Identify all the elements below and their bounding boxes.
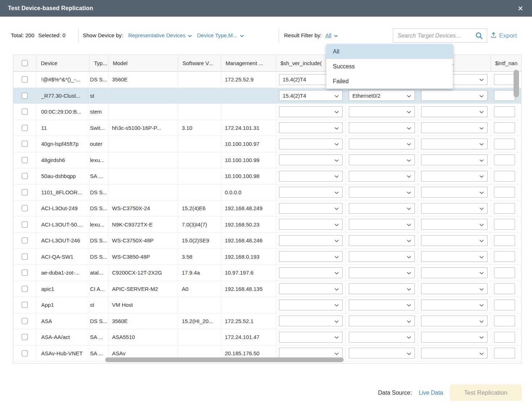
test-replication-button[interactable]: Test Replication: [450, 385, 522, 401]
sh-ver-exclude-select[interactable]: [421, 315, 488, 326]
sh-ver-include-select[interactable]: [279, 106, 343, 117]
param2-select[interactable]: [349, 154, 415, 165]
row-checkbox[interactable]: [22, 76, 28, 82]
data-source-link[interactable]: Live Data: [419, 390, 443, 396]
menu-item-all[interactable]: All: [326, 44, 453, 59]
intf-name-input[interactable]: [494, 171, 515, 182]
row-checkbox[interactable]: [22, 157, 28, 163]
table-row[interactable]: ae-duba1-zot-... atal... C9200CX-12T-2X2…: [13, 265, 521, 281]
sh-ver-include-select[interactable]: [279, 267, 343, 278]
param2-select[interactable]: [349, 203, 415, 214]
show-device-by-dropdown[interactable]: Representative Devices: [128, 32, 192, 38]
table-row[interactable]: 48girdsh6 lexu... 10.100.100.99: [13, 152, 521, 169]
device-type-dropdown[interactable]: Device Type,M...: [197, 32, 244, 38]
row-checkbox[interactable]: [22, 350, 28, 356]
table-row[interactable]: ACI-L3OUT-50.... lexu... N9K-C9372TX-E 7…: [13, 217, 521, 233]
table-row[interactable]: ACI-L3OUT-246 DS S... WS-C3750X-48P 15.0…: [13, 233, 521, 249]
table-row[interactable]: App1 st VM Host: [13, 297, 521, 313]
intf-name-input[interactable]: [494, 90, 515, 101]
table-row[interactable]: 00:0C:29:D0:B... stem: [13, 104, 521, 120]
param2-select[interactable]: [349, 283, 415, 294]
row-checkbox[interactable]: [22, 302, 28, 308]
row-checkbox[interactable]: [22, 141, 28, 147]
sh-ver-include-select[interactable]: [279, 332, 343, 343]
table-row[interactable]: 50au-dshbqpp SA ... 10.100.100.98: [13, 168, 521, 185]
sh-ver-exclude-select[interactable]: [421, 283, 488, 294]
row-checkbox[interactable]: [22, 334, 28, 340]
row-checkbox[interactable]: [22, 270, 28, 276]
row-checkbox[interactable]: [22, 93, 28, 99]
intf-name-input[interactable]: [494, 154, 515, 165]
row-checkbox[interactable]: [22, 205, 28, 211]
sh-ver-exclude-select[interactable]: [421, 251, 488, 262]
param2-select[interactable]: [349, 187, 415, 198]
param2-select[interactable]: [349, 235, 415, 246]
intf-name-input[interactable]: [494, 219, 515, 230]
row-checkbox[interactable]: [22, 318, 28, 324]
intf-name-input[interactable]: [494, 187, 515, 198]
intf-name-input[interactable]: [494, 122, 515, 133]
table-row[interactable]: 11 Swit... hh3c-s5100-16P-P... 3.10 172.…: [13, 120, 521, 136]
sh-ver-exclude-select[interactable]: [421, 348, 488, 359]
sh-ver-include-select[interactable]: [279, 154, 343, 165]
param2-select[interactable]: [349, 139, 415, 149]
sh-ver-exclude-select[interactable]: [421, 267, 488, 278]
result-filter-dropdown[interactable]: All: [325, 32, 338, 38]
search-input[interactable]: [393, 29, 475, 42]
table-row[interactable]: ACI-L3Out-249 DS S... WS-C3750X-24 15.2(…: [13, 200, 521, 217]
select-all-checkbox[interactable]: [22, 60, 28, 66]
row-checkbox[interactable]: [22, 189, 28, 195]
sh-ver-exclude-select[interactable]: [421, 332, 488, 343]
sh-ver-include-select[interactable]: [279, 283, 343, 294]
intf-name-input[interactable]: [494, 348, 515, 359]
intf-name-input[interactable]: [494, 106, 515, 117]
table-row[interactable]: 40gn-lspf45ft7p outer 10.100.100.97: [13, 136, 521, 152]
sh-ver-exclude-select[interactable]: [421, 139, 488, 149]
table-row[interactable]: ASA-AA/act SA ... ASA5510 172.24.101.47: [13, 329, 521, 345]
sh-ver-exclude-select[interactable]: [421, 219, 488, 230]
sh-ver-include-select[interactable]: [279, 122, 343, 133]
param2-select[interactable]: [349, 122, 415, 133]
table-row[interactable]: _R77.30-Clust... st 15.4(2)T4 Ethernet0/…: [13, 88, 521, 104]
row-checkbox[interactable]: [22, 173, 28, 179]
row-checkbox[interactable]: [22, 221, 28, 228]
intf-name-input[interactable]: [494, 267, 515, 278]
search-icon[interactable]: [475, 32, 483, 40]
sh-ver-include-select[interactable]: [279, 187, 343, 198]
row-checkbox[interactable]: [22, 254, 28, 260]
sh-ver-include-select[interactable]: [279, 300, 343, 310]
vertical-scrollbar-thumb[interactable]: [514, 70, 519, 97]
intf-name-input[interactable]: [494, 300, 515, 310]
sh-ver-exclude-select[interactable]: [421, 187, 488, 198]
param2-select[interactable]: [349, 106, 415, 117]
sh-ver-exclude-select[interactable]: [421, 154, 488, 165]
param2-select[interactable]: Ethernet0/2: [349, 90, 415, 101]
intf-name-input[interactable]: [494, 251, 515, 262]
intf-name-input[interactable]: [494, 235, 515, 246]
menu-item-failed[interactable]: Failed: [326, 74, 453, 89]
table-row[interactable]: 1101_8FLOOR... DS S... 0.0.0.0: [13, 185, 521, 201]
intf-name-input[interactable]: [494, 332, 515, 343]
close-icon[interactable]: ✕: [514, 0, 527, 17]
sh-ver-include-select[interactable]: [279, 235, 343, 246]
row-checkbox[interactable]: [22, 125, 28, 131]
intf-name-input[interactable]: [494, 283, 515, 294]
param2-select[interactable]: [349, 251, 415, 262]
sh-ver-exclude-select[interactable]: [421, 203, 488, 214]
intf-name-input[interactable]: [494, 315, 515, 326]
sh-ver-exclude-select[interactable]: [421, 235, 488, 246]
sh-ver-include-select[interactable]: [279, 251, 343, 262]
sh-ver-exclude-select[interactable]: [421, 90, 488, 101]
sh-ver-include-select[interactable]: [279, 203, 343, 214]
param2-select[interactable]: [349, 348, 415, 359]
sh-ver-exclude-select[interactable]: [421, 171, 488, 182]
row-checkbox[interactable]: [22, 286, 28, 292]
param2-select[interactable]: [349, 219, 415, 230]
horizontal-scrollbar-thumb[interactable]: [105, 357, 344, 362]
export-button[interactable]: Export: [490, 32, 517, 39]
sh-ver-include-select[interactable]: [279, 348, 343, 359]
param2-select[interactable]: [349, 267, 415, 278]
param2-select[interactable]: [349, 300, 415, 310]
sh-ver-exclude-select[interactable]: [421, 106, 488, 117]
param2-select[interactable]: [349, 315, 415, 326]
